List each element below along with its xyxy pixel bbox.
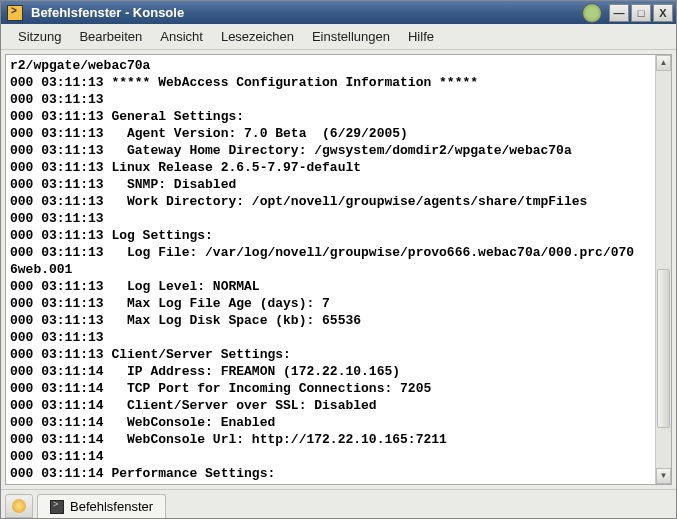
tab-befehlsfenster[interactable]: Befehlsfenster: [37, 494, 166, 518]
konsole-window: Befehlsfenster - Konsole — □ X Sitzung B…: [0, 0, 677, 519]
terminal-container: r2/wpgate/webac70a 000 03:11:13 ***** We…: [5, 54, 672, 485]
app-icon: [7, 5, 23, 21]
menu-bearbeiten[interactable]: Bearbeiten: [70, 25, 151, 48]
tabbar: Befehlsfenster: [1, 489, 676, 518]
window-controls: — □ X: [608, 4, 674, 22]
new-tab-button[interactable]: [5, 494, 33, 518]
titlebar[interactable]: Befehlsfenster - Konsole — □ X: [1, 1, 676, 24]
window-title: Befehlsfenster - Konsole: [27, 5, 576, 20]
maximize-button[interactable]: □: [631, 4, 651, 22]
menu-hilfe[interactable]: Hilfe: [399, 25, 443, 48]
minimize-button[interactable]: —: [609, 4, 629, 22]
menu-einstellungen[interactable]: Einstellungen: [303, 25, 399, 48]
menu-sitzung[interactable]: Sitzung: [9, 25, 70, 48]
new-tab-icon: [12, 499, 26, 513]
scroll-down-button[interactable]: ▼: [656, 468, 671, 484]
menubar: Sitzung Bearbeiten Ansicht Lesezeichen E…: [1, 24, 676, 49]
terminal-output[interactable]: r2/wpgate/webac70a 000 03:11:13 ***** We…: [6, 55, 655, 484]
vertical-scrollbar: ▲ ▼: [655, 55, 671, 484]
tab-label: Befehlsfenster: [70, 499, 153, 514]
terminal-icon: [50, 500, 64, 514]
menu-ansicht[interactable]: Ansicht: [151, 25, 212, 48]
menu-lesezeichen[interactable]: Lesezeichen: [212, 25, 303, 48]
suse-logo-icon: [582, 3, 602, 23]
scroll-track[interactable]: [656, 71, 671, 468]
scroll-thumb[interactable]: [657, 269, 670, 428]
scroll-up-button[interactable]: ▲: [656, 55, 671, 71]
close-button[interactable]: X: [653, 4, 673, 22]
